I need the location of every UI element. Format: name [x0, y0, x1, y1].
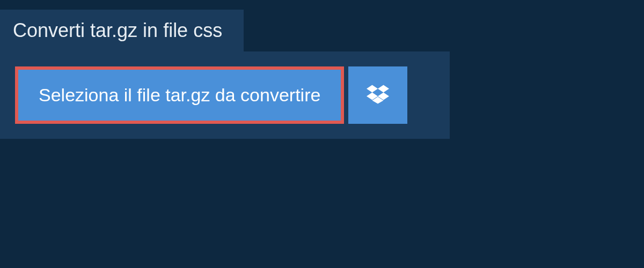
tab-header: Converti tar.gz in file css — [0, 10, 244, 51]
dropbox-icon — [367, 83, 389, 108]
select-file-label: Seleziona il file tar.gz da convertire — [39, 85, 320, 106]
button-row: Seleziona il file tar.gz da convertire — [15, 66, 435, 124]
select-file-button[interactable]: Seleziona il file tar.gz da convertire — [15, 66, 344, 124]
page-title: Converti tar.gz in file css — [13, 19, 222, 42]
upload-panel: Seleziona il file tar.gz da convertire — [0, 51, 450, 139]
dropbox-button[interactable] — [348, 66, 407, 124]
